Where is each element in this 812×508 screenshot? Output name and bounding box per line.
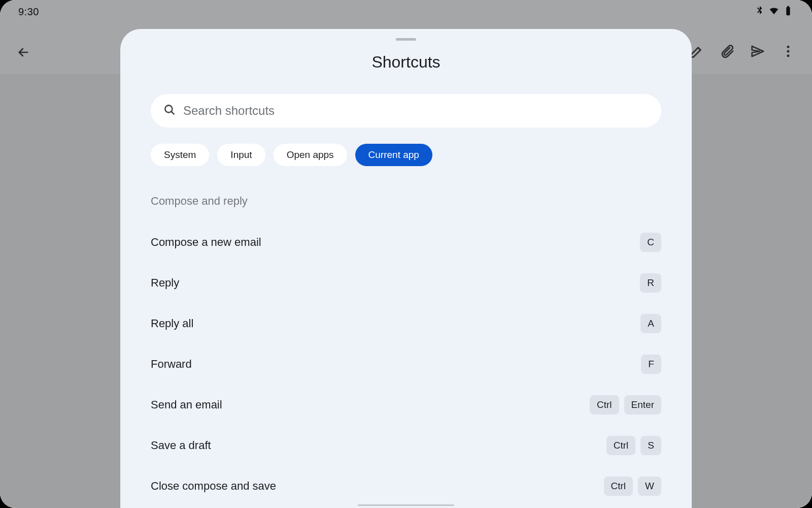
shortcut-keys: A bbox=[640, 314, 661, 333]
status-time: 9:30 bbox=[18, 6, 39, 18]
key: C bbox=[640, 233, 661, 252]
key: F bbox=[641, 355, 661, 374]
shortcut-label: Reply bbox=[151, 276, 179, 290]
key: Ctrl bbox=[606, 436, 636, 455]
shortcut-row: Forward F bbox=[151, 344, 661, 385]
shortcut-row: Reply all A bbox=[151, 303, 661, 344]
key: S bbox=[640, 436, 661, 455]
device-frame: 9:30 Shortcuts System Input Open apps Cu… bbox=[0, 0, 812, 508]
shortcut-list: Compose a new email C Reply R Reply all … bbox=[151, 222, 661, 506]
shortcut-keys: F bbox=[641, 355, 661, 374]
bluetooth-icon bbox=[754, 5, 765, 18]
shortcut-label: Forward bbox=[151, 358, 192, 371]
status-icons bbox=[754, 5, 794, 18]
key: Ctrl bbox=[590, 395, 619, 415]
shortcut-keys: Ctrl Enter bbox=[590, 395, 661, 415]
wifi-icon bbox=[768, 5, 780, 18]
shortcut-row: Send an email Ctrl Enter bbox=[151, 385, 661, 425]
shortcut-keys: Ctrl S bbox=[606, 436, 661, 455]
sheet-body: System Input Open apps Current app Compo… bbox=[120, 72, 692, 508]
shortcut-row: Reply R bbox=[151, 263, 661, 303]
shortcut-label: Compose a new email bbox=[151, 236, 261, 249]
battery-icon bbox=[783, 5, 794, 18]
sheet-title: Shortcuts bbox=[120, 53, 692, 72]
nav-hint bbox=[358, 504, 454, 506]
chip-open-apps[interactable]: Open apps bbox=[274, 144, 347, 166]
shortcuts-sheet: Shortcuts System Input Open apps Current… bbox=[120, 29, 692, 508]
drag-handle[interactable] bbox=[396, 38, 416, 41]
shortcut-label: Close compose and save bbox=[151, 480, 276, 493]
svg-rect-3 bbox=[786, 7, 790, 16]
status-bar: 9:30 bbox=[0, 0, 812, 23]
search-field[interactable] bbox=[151, 94, 661, 128]
shortcut-row: Close compose and save Ctrl W bbox=[151, 466, 661, 506]
shortcut-keys: R bbox=[640, 273, 661, 293]
shortcut-keys: Ctrl W bbox=[604, 477, 662, 496]
chip-current-app[interactable]: Current app bbox=[355, 144, 432, 166]
chip-input[interactable]: Input bbox=[217, 144, 265, 166]
key: W bbox=[638, 477, 661, 496]
key: R bbox=[640, 273, 661, 293]
shortcut-keys: C bbox=[640, 233, 661, 252]
shortcut-label: Save a draft bbox=[151, 439, 211, 452]
search-input[interactable] bbox=[183, 104, 649, 118]
shortcut-row: Save a draft Ctrl S bbox=[151, 425, 661, 466]
key: A bbox=[640, 314, 661, 333]
key: Enter bbox=[624, 395, 661, 415]
key: Ctrl bbox=[604, 477, 633, 496]
search-icon bbox=[163, 103, 176, 118]
filter-chips: System Input Open apps Current app bbox=[151, 144, 661, 166]
svg-rect-4 bbox=[787, 6, 789, 8]
shortcut-label: Send an email bbox=[151, 398, 222, 411]
section-heading: Compose and reply bbox=[151, 195, 661, 208]
chip-system[interactable]: System bbox=[151, 144, 209, 166]
shortcut-label: Reply all bbox=[151, 317, 193, 330]
shortcut-row: Compose a new email C bbox=[151, 222, 661, 263]
